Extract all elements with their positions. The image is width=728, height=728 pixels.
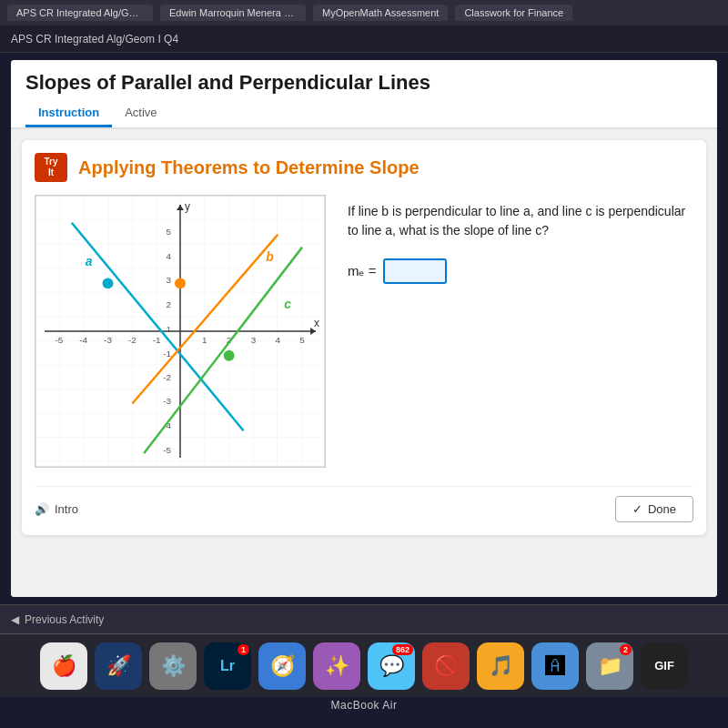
- svg-text:-1: -1: [163, 349, 171, 359]
- lesson-card: Try It Applying Theorems to Determine Sl…: [22, 140, 706, 535]
- tab-active[interactable]: Active: [112, 100, 169, 127]
- prev-activity-label: Previous Activity: [25, 613, 104, 626]
- card-footer: 🔊 Intro ✓ Done: [35, 486, 693, 522]
- svg-text:2: 2: [167, 299, 172, 309]
- previous-activity-link[interactable]: ◀ Previous Activity: [11, 613, 104, 626]
- try-it-badge: Try It: [35, 153, 67, 182]
- answer-input[interactable]: [383, 258, 447, 284]
- svg-text:a: a: [86, 254, 93, 268]
- svg-text:-2: -2: [128, 335, 136, 345]
- breadcrumb: APS CR Integrated Alg/Geom I Q4: [11, 33, 178, 46]
- svg-text:-3: -3: [163, 396, 171, 406]
- content-area: Try It Applying Theorems to Determine Sl…: [11, 129, 717, 597]
- question-area: If line b is perpendicular to line a, an…: [344, 195, 693, 471]
- dock-safari[interactable]: 🧭: [258, 642, 306, 690]
- dock-lightroom[interactable]: Lr 1: [204, 642, 251, 690]
- svg-text:4: 4: [167, 251, 172, 261]
- lightroom-badge: 1: [238, 644, 249, 655]
- macbook-label: MacBook Air: [0, 697, 728, 715]
- left-arrow-icon: ◀: [11, 613, 19, 626]
- dock-finder[interactable]: 🍎: [40, 642, 87, 690]
- tab-edwin[interactable]: Edwin Marroquin Menera – Two Thesis St..…: [160, 5, 306, 21]
- dock-gif[interactable]: GIF: [641, 642, 688, 690]
- dock-appstore[interactable]: 🅰: [531, 642, 579, 690]
- svg-text:-4: -4: [79, 335, 87, 345]
- messages-badge: 862: [392, 644, 413, 655]
- page-tabs: Instruction Active: [25, 100, 703, 127]
- svg-text:3: 3: [167, 275, 172, 285]
- svg-text:5: 5: [299, 335, 305, 345]
- answer-row: mₑ =: [348, 258, 690, 284]
- coordinate-graph: -3 -2 -1 1 2 3 4 5 -4 -5 3 2 1: [35, 195, 326, 468]
- page-title: Slopes of Parallel and Perpendicular Lin…: [25, 71, 703, 95]
- svg-text:-3: -3: [104, 335, 112, 345]
- svg-point-30: [103, 278, 114, 288]
- dock-siri[interactable]: ✨: [313, 642, 360, 690]
- speaker-icon: 🔊: [35, 502, 49, 516]
- answer-label: mₑ =: [348, 263, 376, 279]
- svg-text:1: 1: [167, 324, 172, 334]
- card-title: Applying Theorems to Determine Slope: [78, 157, 420, 178]
- svg-text:b: b: [266, 249, 274, 264]
- svg-text:-5: -5: [163, 445, 171, 455]
- bottom-bar: ◀ Previous Activity: [0, 604, 728, 633]
- dock-app7[interactable]: 🚫: [422, 642, 470, 690]
- dock-music[interactable]: 🎵: [477, 642, 524, 690]
- card-body: -3 -2 -1 1 2 3 4 5 -4 -5 3 2 1: [35, 195, 693, 471]
- done-button[interactable]: ✓ Done: [615, 496, 693, 522]
- done-label: Done: [648, 502, 676, 516]
- intro-label: Intro: [55, 502, 78, 516]
- svg-text:-2: -2: [163, 372, 171, 382]
- card-header: Try It Applying Theorems to Determine Sl…: [35, 153, 693, 182]
- tab-instruction[interactable]: Instruction: [25, 100, 112, 127]
- dock-system-prefs[interactable]: ⚙️: [149, 642, 197, 690]
- svg-point-36: [224, 350, 235, 361]
- dock: 🍎 🚀 ⚙️ Lr 1 🧭 ✨ 💬 862 🚫 🎵 🅰 📁 2 GIF: [0, 633, 728, 697]
- tab-classwork[interactable]: Classwork for Finance: [455, 5, 572, 21]
- dock-messages[interactable]: 💬 862: [368, 642, 415, 690]
- checkmark-icon: ✓: [632, 502, 642, 516]
- svg-text:-5: -5: [55, 335, 63, 345]
- tab-myopenmath[interactable]: MyOpenMath Assessment: [313, 5, 448, 21]
- svg-text:-1: -1: [153, 335, 161, 345]
- dock-finder2[interactable]: 📁 2: [586, 642, 633, 690]
- page-header: Slopes of Parallel and Perpendicular Lin…: [11, 60, 717, 129]
- svg-text:3: 3: [251, 335, 257, 345]
- browser-tab-bar: APS CR Integrated Alg/Geom I Q4 Edwin Ma…: [0, 0, 728, 25]
- finder-badge: 2: [620, 644, 632, 655]
- graph-container: -3 -2 -1 1 2 3 4 5 -4 -5 3 2 1: [35, 195, 326, 471]
- svg-text:5: 5: [167, 227, 172, 237]
- svg-text:y: y: [185, 200, 190, 213]
- svg-text:1: 1: [202, 335, 207, 345]
- dock-launchpad[interactable]: 🚀: [95, 642, 142, 690]
- nav-bar: APS CR Integrated Alg/Geom I Q4: [0, 25, 728, 53]
- question-text: If line b is perpendicular to line a, an…: [348, 202, 690, 240]
- main-screen: Slopes of Parallel and Perpendicular Lin…: [11, 60, 717, 597]
- svg-point-33: [175, 278, 186, 288]
- svg-text:x: x: [314, 317, 319, 329]
- tab-aps[interactable]: APS CR Integrated Alg/Geom I Q4: [7, 5, 153, 21]
- svg-text:4: 4: [276, 335, 281, 345]
- intro-button[interactable]: 🔊 Intro: [35, 502, 78, 516]
- svg-text:c: c: [284, 297, 291, 311]
